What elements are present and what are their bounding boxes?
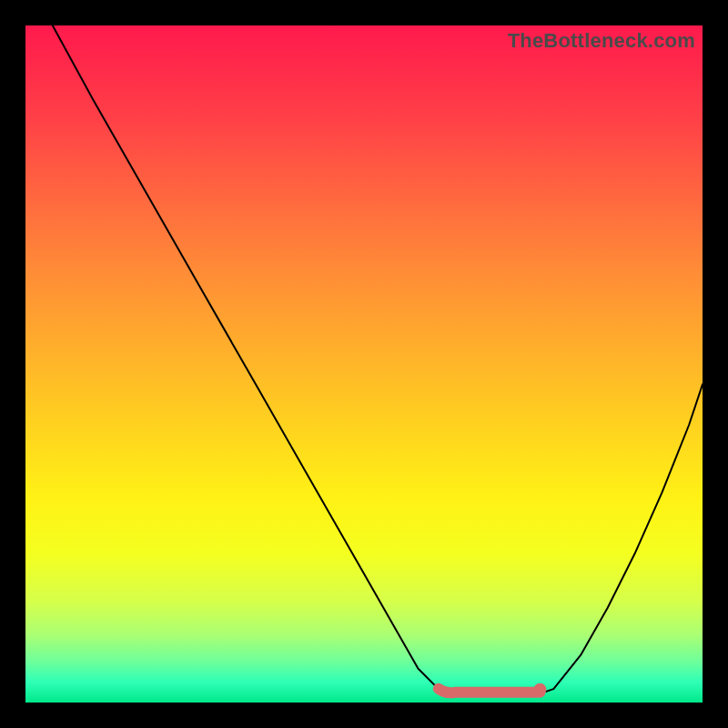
chart-frame: TheBottleneck.com bbox=[25, 25, 703, 703]
bottleneck-curve bbox=[53, 25, 703, 696]
optimal-range-highlight bbox=[439, 689, 541, 693]
plot-area: TheBottleneck.com bbox=[25, 25, 703, 703]
optimal-point-marker bbox=[533, 683, 546, 696]
curve-layer bbox=[25, 25, 703, 703]
